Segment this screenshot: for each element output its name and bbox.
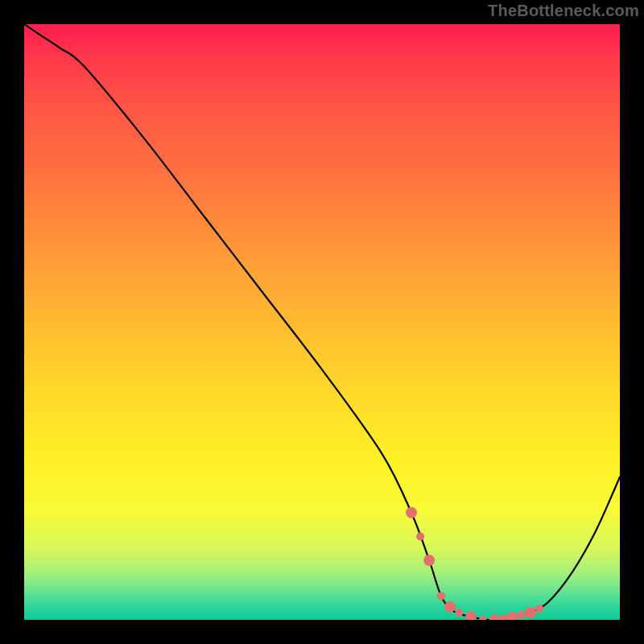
sweet-spot-dot — [525, 607, 536, 618]
curve-layer — [24, 24, 620, 620]
sweet-spot-dot — [444, 601, 456, 613]
sweet-spot-dot — [423, 555, 435, 566]
sweet-spot-dot — [406, 507, 417, 518]
sweet-spot-dot — [500, 615, 508, 620]
sweet-spot-dot — [507, 612, 518, 620]
sweet-spot-dot — [489, 614, 501, 620]
sweet-spot-dot — [437, 592, 445, 600]
sweet-spot-dot — [465, 611, 477, 620]
sweet-spot-dot — [416, 532, 424, 540]
sweet-spot-dots — [406, 507, 543, 620]
sweet-spot-dot — [535, 605, 543, 613]
plot-area — [24, 24, 620, 620]
chart-frame: TheBottleneck.com — [0, 0, 644, 644]
sweet-spot-dot — [479, 616, 487, 620]
bottleneck-curve — [24, 24, 620, 620]
sweet-spot-dot — [518, 611, 526, 619]
sweet-spot-dot — [455, 609, 463, 617]
watermark-text: TheBottleneck.com — [488, 2, 639, 20]
